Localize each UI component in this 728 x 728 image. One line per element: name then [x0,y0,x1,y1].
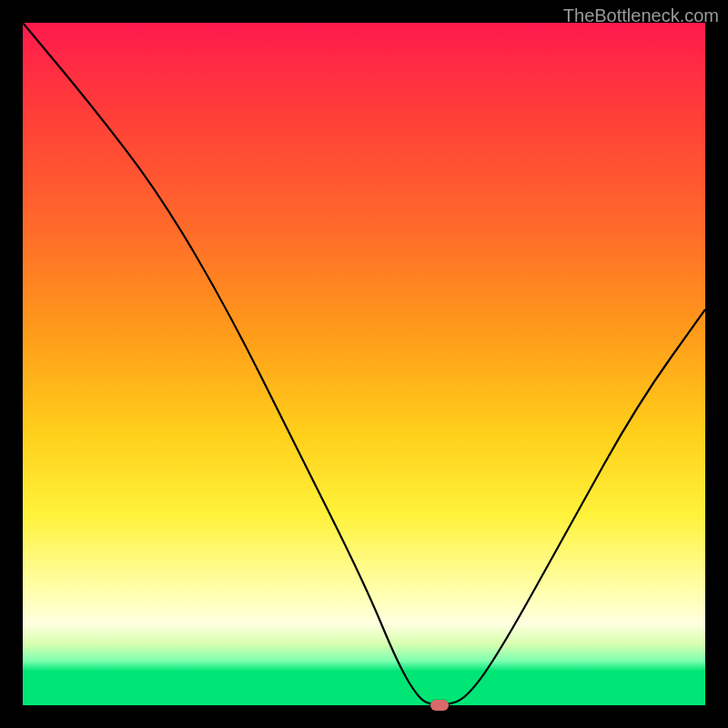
optimal-point-marker [430,700,449,711]
curve-svg [23,23,705,705]
chart-frame: TheBottleneck.com [0,0,728,728]
plot-area [23,23,705,705]
attribution-label: TheBottleneck.com [563,5,719,26]
bottleneck-curve [23,23,705,705]
